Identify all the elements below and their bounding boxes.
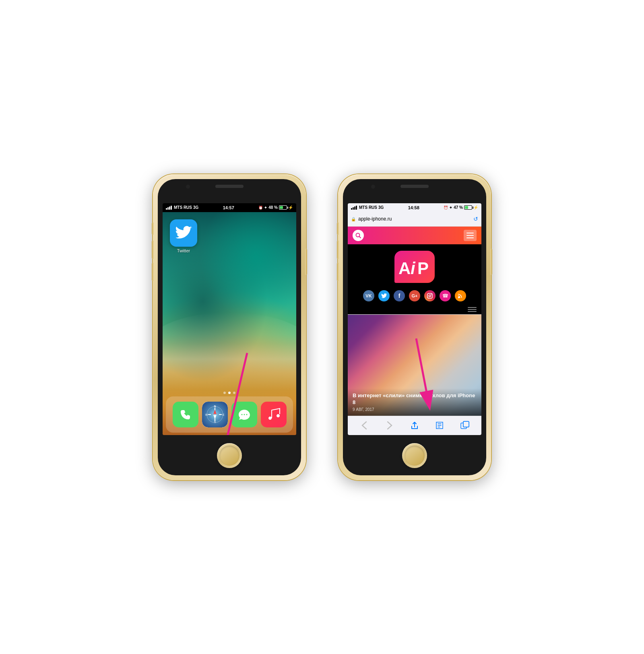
page-dots [163,392,296,394]
aip-logo-svg: A i P [396,255,433,279]
rss-social-icon[interactable] [455,290,466,301]
vk-icon[interactable]: VK [363,290,374,301]
bluetooth-icon-2: ✦ [449,206,452,210]
phone-2-inner: MTS RUS 3G 14:58 ⏰ ✦ 47 % ⚡ [343,179,486,475]
signal-bar-1 [166,208,167,210]
svg-point-26 [458,297,460,298]
svg-point-16 [244,414,245,415]
site-menu-icon[interactable] [464,230,477,241]
svg-line-19 [359,236,361,238]
svg-text:A: A [398,259,411,278]
twitter-bird-icon [175,226,192,240]
compass-icon: N S W E [202,402,228,427]
time-1: 14:57 [223,205,234,210]
status-bar-1: MTS RUS 3G 14:57 ⏰ ✦ 48 % ⚡ [163,203,296,212]
phone-1-inner: MTS RUS 3G 14:57 ⏰ ✦ 48 % ⚡ [158,179,301,475]
status-right-2: ⏰ ✦ 47 % ⚡ [444,205,478,210]
battery-fill-1 [280,206,283,209]
battery-pct-1: 48 % [268,205,278,210]
svg-rect-2 [178,407,193,422]
power-button-2[interactable] [490,249,492,275]
mute-button[interactable] [152,223,154,235]
charging-icon-2: ⚡ [473,205,478,210]
page-dot-3 [233,392,235,394]
phone-1: MTS RUS 3G 14:57 ⏰ ✦ 48 % ⚡ [153,174,306,480]
music-icon [266,407,281,422]
network-label-2: 3G [378,205,384,210]
instagram-social-icon[interactable] [424,290,436,301]
svg-point-25 [431,294,432,295]
speaker-grille [215,185,244,188]
front-camera-2 [371,185,375,189]
svg-marker-9 [213,415,217,419]
tabs-button[interactable] [458,418,472,433]
svg-point-17 [246,414,247,415]
battery-pct-2: 47 % [454,205,463,210]
volume-down-button[interactable] [152,263,154,281]
messages-icon [236,406,252,423]
reload-button[interactable]: ↺ [473,216,478,222]
article-overlay: В интернет «слили» снимки чехлов для iPh… [348,388,481,416]
phone-top-bar [158,179,301,203]
nav-line-1 [468,307,477,308]
signal-bars-2 [351,206,357,210]
signal-bar-2-2 [353,207,354,210]
svg-rect-31 [463,421,469,427]
phone-social-icon[interactable]: ☎ [440,290,451,301]
power-button[interactable] [305,249,307,275]
twitter-icon[interactable] [170,219,197,247]
google-social-icon[interactable]: G+ [409,290,420,301]
search-svg [355,233,361,238]
forward-button[interactable] [382,418,397,433]
url-text[interactable]: apple-iphone.ru [358,216,392,222]
dock: N S W E [166,396,293,433]
svg-marker-8 [213,410,217,415]
volume-up-button[interactable] [152,241,154,259]
nav-line-3 [468,311,477,312]
battery-tip-2 [473,206,473,208]
twitter-app[interactable]: Twitter [170,219,197,253]
volume-up-button-2[interactable] [337,241,339,259]
facebook-social-icon[interactable]: f [394,290,405,301]
share-icon [411,421,419,430]
status-left-1: MTS RUS 3G [166,205,198,210]
svg-point-15 [241,414,242,415]
back-button[interactable] [357,418,372,433]
home-button-inner-2 [405,446,425,466]
dock-safari-app[interactable]: N S W E [202,402,228,427]
article-card[interactable]: В интернет «слили» снимки чехлов для iPh… [348,315,481,416]
page-dot-2 [228,392,231,394]
alarm-icon-1: ⏰ [258,206,263,210]
aip-logo: AiP A i P [394,251,435,283]
home-button-1[interactable] [217,443,242,468]
forward-icon [387,421,392,430]
status-left-2: MTS RUS 3G [351,205,384,210]
phone-2: MTS RUS 3G 14:58 ⏰ ✦ 47 % ⚡ [338,174,491,480]
carrier-label-2: MTS RUS [359,205,377,210]
site-search-icon[interactable] [353,230,364,241]
url-bar[interactable]: 🔒 apple-iphone.ru ↺ [348,212,481,227]
twitter-label: Twitter [177,248,190,253]
bookmarks-button[interactable] [432,418,447,433]
bookmarks-icon [435,421,444,430]
mute-button-2[interactable] [337,223,339,235]
safari-content: AiP A i P VK [348,227,481,416]
site-nav-hamburger[interactable] [468,307,477,312]
lock-icon: 🔒 [351,217,356,221]
home-button-2[interactable] [402,443,427,468]
alarm-icon-2: ⏰ [444,206,448,210]
back-icon [361,421,367,430]
charging-icon-1: ⚡ [288,205,293,210]
dock-messages-app[interactable] [231,402,257,427]
dock-phone-app[interactable] [173,402,198,427]
dock-music-app[interactable] [261,402,287,427]
svg-text:S: S [214,421,216,423]
aip-logo-container: AiP A i P [348,244,481,287]
twitter-social-icon[interactable] [378,290,390,301]
nav-line-2 [468,309,477,310]
speaker-2 [400,185,429,188]
share-button[interactable] [407,418,422,433]
volume-down-button-2[interactable] [337,263,339,281]
page-dot-1 [223,392,226,394]
svg-point-24 [429,295,431,297]
